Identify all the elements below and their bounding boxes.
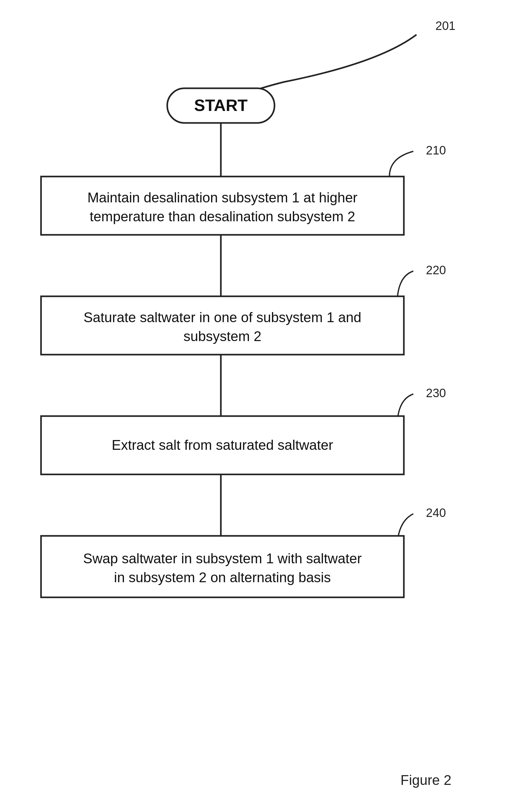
diagram-container: 201 START 210 Maintain desalination subs…	[0, 0, 531, 812]
box1	[41, 176, 404, 235]
ref-230-label: 230	[426, 387, 446, 400]
box2-line1: Saturate saltwater in one of subsystem 1…	[84, 309, 362, 325]
box4-line2: in subsystem 2 on alternating basis	[114, 570, 331, 585]
ref-201-label: 201	[435, 19, 455, 32]
box1-line1: Maintain desalination subsystem 1 at hig…	[87, 190, 358, 205]
ref-210-label: 210	[426, 144, 446, 157]
box4	[41, 536, 404, 597]
box2-line2: subsystem 2	[184, 329, 262, 344]
box4-line1: Swap saltwater in subsystem 1 with saltw…	[83, 551, 362, 566]
ref-220-label: 220	[426, 263, 446, 277]
ref-240-label: 240	[426, 506, 446, 520]
start-label: START	[194, 96, 248, 114]
figure-caption: Figure 2	[400, 772, 451, 788]
box1-line2: temperature than desalination subsystem …	[89, 209, 355, 224]
box3-line1: Extract salt from saturated saltwater	[112, 437, 333, 453]
box2	[41, 296, 404, 354]
